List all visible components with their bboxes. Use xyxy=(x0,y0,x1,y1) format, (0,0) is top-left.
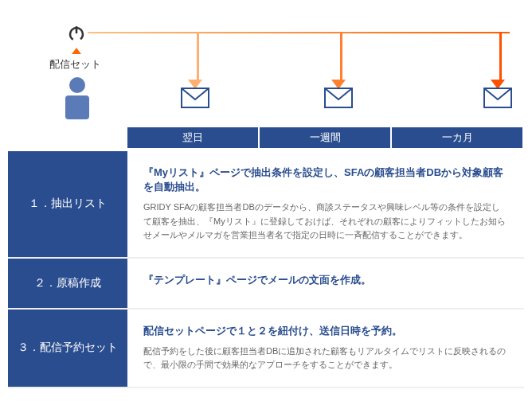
triangle-icon xyxy=(72,48,81,54)
step-label: ３．配信予約セット xyxy=(8,310,127,387)
timeline-diagram: 配信セット 翌日 一週間 一カ月 xyxy=(8,8,524,147)
steps-list: １．抽出リスト 『Myリスト』ページで抽出条件を設定し、SFAの顧客担当者DBか… xyxy=(8,151,524,388)
step-2: ２．原稿作成 『テンプレート』ページでメールの文面を作成。 xyxy=(8,259,524,310)
svg-point-2 xyxy=(69,77,85,93)
timeline-line xyxy=(88,32,510,33)
arrow-1 xyxy=(194,32,202,89)
timeline-labels: 翌日 一週間 一カ月 xyxy=(127,127,524,148)
timeline-label: 一週間 xyxy=(260,127,390,148)
step-title: 『テンプレート』ページでメールの文面を作成。 xyxy=(143,273,508,287)
envelope-icon xyxy=(181,88,209,108)
power-icon xyxy=(67,24,86,43)
step-label: ２．原稿作成 xyxy=(8,259,127,308)
envelope-icon xyxy=(324,88,353,108)
set-label: 配信セット xyxy=(49,57,101,72)
step-desc: 配信予約をした後に顧客担当者DBに追加された顧客もリアルタイムでリストに反映され… xyxy=(143,345,508,372)
timeline-label: 翌日 xyxy=(127,127,258,148)
arrow-3 xyxy=(496,32,505,89)
timeline-label: 一カ月 xyxy=(392,127,522,148)
svg-rect-3 xyxy=(65,95,89,119)
person-icon xyxy=(57,76,97,119)
step-desc: GRIDY SFAの顧客担当者DBのデータから、商談ステータスや興味レベル等の条… xyxy=(143,201,508,243)
step-title: 配信セットページで１と２を紐付け、送信日時を予約。 xyxy=(143,324,508,338)
envelope-icon xyxy=(483,88,512,108)
step-label: １．抽出リスト xyxy=(8,151,127,257)
step-3: ３．配信予約セット 配信セットページで１と２を紐付け、送信日時を予約。 配信予約… xyxy=(8,310,524,388)
step-1: １．抽出リスト 『Myリスト』ページで抽出条件を設定し、SFAの顧客担当者DBか… xyxy=(8,151,524,259)
arrow-2 xyxy=(337,32,346,89)
step-title: 『Myリスト』ページで抽出条件を設定し、SFAの顧客担当者DBから対象顧客を自動… xyxy=(143,166,508,194)
